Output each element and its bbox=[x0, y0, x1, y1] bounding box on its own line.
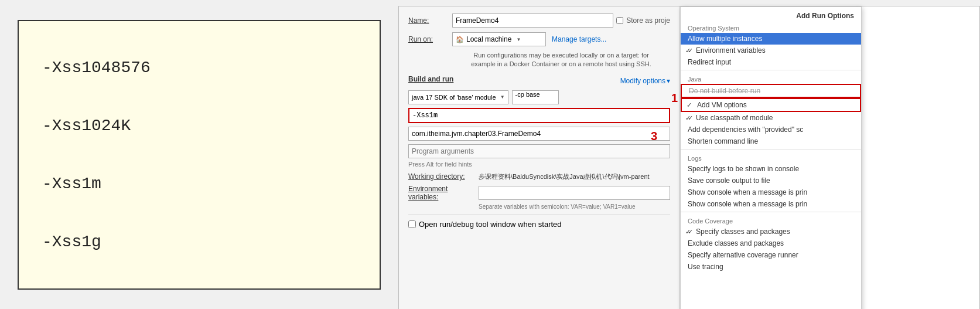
menu-item-use-tracing[interactable]: Use tracing bbox=[681, 261, 861, 273]
env-vars-label: Environment variables: bbox=[408, 185, 479, 201]
vm-options-input[interactable] bbox=[408, 108, 670, 123]
do-not-build-container: Do not build before run 2 bbox=[681, 84, 861, 98]
store-as-row: Store as proje bbox=[616, 16, 670, 25]
menu-item-redirect-input[interactable]: Redirect input bbox=[681, 56, 861, 68]
home-icon: 🏠 bbox=[456, 36, 464, 43]
checkmark-env: ✓ bbox=[685, 47, 691, 55]
sdk-select[interactable]: java 17 SDK of 'base' module ▼ bbox=[408, 90, 508, 104]
menu-item-shorten-cmd[interactable]: Shorten command line bbox=[681, 135, 861, 147]
specify-classes-label: Specify classes and packages bbox=[696, 227, 790, 236]
chevron-modify-icon: ▾ bbox=[667, 77, 670, 85]
main-class-input[interactable] bbox=[408, 127, 670, 141]
show-console-1-label: Show console when a message is prin bbox=[688, 188, 807, 196]
store-as-label: Store as proje bbox=[626, 16, 670, 25]
add-vm-label: Add VM options bbox=[697, 101, 747, 109]
shorten-cmd-label: Shorten command line bbox=[688, 137, 758, 145]
working-dir-label: Working directory: bbox=[408, 172, 479, 181]
open-run-label: Open run/debug tool window when started bbox=[419, 220, 562, 229]
code-line-3: -Xss1m bbox=[42, 175, 356, 193]
env-vars-input[interactable] bbox=[479, 186, 670, 200]
name-label: Name: bbox=[408, 16, 452, 25]
menu-item-specify-logs[interactable]: Specify logs to be shown in console bbox=[681, 163, 861, 175]
menu-item-show-console-1[interactable]: Show console when a message is prin bbox=[681, 186, 861, 198]
sdk-row: java 17 SDK of 'base' module ▼ -cp base bbox=[408, 90, 670, 104]
divider-1 bbox=[681, 70, 861, 70]
sdk-label: java 17 SDK of 'base' module bbox=[412, 94, 496, 101]
dropdown-menu: Add Run Options Operating System Allow m… bbox=[680, 6, 862, 309]
run-config-panel: Name: Store as proje Run on: 🏠 Local mac… bbox=[399, 6, 680, 309]
store-as-checkbox[interactable] bbox=[616, 17, 623, 24]
left-panel: -Xss1048576 -Xss1024K -Xss1m -Xss1g bbox=[0, 0, 398, 309]
redirect-input-label: Redirect input bbox=[688, 58, 731, 66]
menu-item-allow-multiple[interactable]: Allow multiple instances bbox=[681, 33, 861, 45]
checkmark-classpath: ✓ bbox=[685, 114, 691, 122]
section-header-logs: Logs bbox=[681, 151, 861, 163]
build-run-header: Build and run Modify options ▾ bbox=[408, 75, 670, 87]
exclude-classes-label: Exclude classes and packages bbox=[688, 239, 784, 247]
menu-item-exclude-classes[interactable]: Exclude classes and packages bbox=[681, 237, 861, 249]
allow-multiple-label: Allow multiple instances bbox=[688, 35, 762, 43]
code-line-4: -Xss1g bbox=[42, 233, 356, 251]
press-alt-hint: Press Alt for field hints bbox=[408, 161, 670, 168]
program-args-input[interactable] bbox=[408, 144, 670, 158]
build-run-label: Build and run bbox=[408, 75, 453, 83]
divider-2 bbox=[681, 149, 861, 150]
use-tracing-label: Use tracing bbox=[688, 263, 723, 271]
menu-item-add-vm[interactable]: ✓ Add VM options bbox=[681, 98, 861, 112]
section-header-java: Java bbox=[681, 72, 861, 84]
menu-item-do-not-build[interactable]: Do not build before run 2 bbox=[681, 84, 861, 98]
right-panel: Name: Store as proje Run on: 🏠 Local mac… bbox=[398, 6, 980, 309]
chevron-down-icon: ▼ bbox=[516, 37, 521, 42]
code-line-1: -Xss1048576 bbox=[42, 59, 356, 77]
working-dir-row: Working directory: 步课程资料\BaiduSyncdisk\实… bbox=[408, 172, 670, 181]
alt-runner-label: Specify alternative coverage runner bbox=[688, 251, 798, 259]
name-row: Name: Store as proje bbox=[408, 13, 670, 28]
checkmark-classes: ✓ bbox=[685, 228, 691, 236]
specify-logs-label: Specify logs to be shown in console bbox=[688, 165, 799, 173]
env-vars-row: Environment variables: bbox=[408, 185, 670, 201]
menu-item-use-classpath[interactable]: ✓ Use classpath of module bbox=[681, 112, 861, 124]
menu-item-add-deps[interactable]: Add dependencies with "provided" sc bbox=[681, 124, 861, 135]
section-header-coverage: Code Coverage bbox=[681, 214, 861, 226]
separate-hint: Separate variables with semicolon: VAR=v… bbox=[479, 203, 670, 210]
menu-item-specify-classes[interactable]: ✓ Specify classes and packages bbox=[681, 226, 861, 237]
section-header-os: Operating System bbox=[681, 21, 861, 33]
show-console-2-label: Show console when a message is prin bbox=[688, 200, 807, 208]
run-hint-text: Run configurations may be executed local… bbox=[452, 51, 670, 69]
cp-input[interactable]: -cp base bbox=[512, 90, 559, 104]
use-classpath-label: Use classpath of module bbox=[696, 114, 773, 122]
working-dir-value: 步课程资料\BaiduSyncdisk\实战Java虚拟机\代码\jvm-par… bbox=[479, 172, 670, 181]
menu-item-alt-runner[interactable]: Specify alternative coverage runner bbox=[681, 249, 861, 261]
code-box: -Xss1048576 -Xss1024K -Xss1m -Xss1g bbox=[18, 20, 381, 290]
env-vars-menu-label: Environment variables bbox=[696, 46, 766, 55]
run-on-row: Run on: 🏠 Local machine ▼ Manage targets… bbox=[408, 32, 670, 46]
checkmark-vm: ✓ bbox=[687, 101, 692, 109]
local-machine-text: Local machine bbox=[466, 35, 511, 43]
open-run-checkbox[interactable] bbox=[408, 220, 416, 228]
do-not-build-label: Do not build before run bbox=[689, 87, 760, 95]
menu-item-save-console[interactable]: Save console output to file bbox=[681, 175, 861, 186]
menu-item-env-vars[interactable]: ✓ Environment variables bbox=[681, 45, 861, 56]
menu-item-show-console-2[interactable]: Show console when a message is prin bbox=[681, 198, 861, 210]
code-line-2: -Xss1024K bbox=[42, 117, 356, 135]
manage-targets-link[interactable]: Manage targets... bbox=[552, 35, 606, 43]
open-run-row: Open run/debug tool window when started bbox=[408, 215, 670, 229]
sdk-dropdown-icon: ▼ bbox=[500, 94, 505, 100]
add-deps-label: Add dependencies with "provided" sc bbox=[688, 125, 803, 134]
save-console-label: Save console output to file bbox=[688, 176, 770, 185]
divider-3 bbox=[681, 212, 861, 212]
dropdown-title: Add Run Options bbox=[681, 9, 861, 21]
run-on-select[interactable]: 🏠 Local machine ▼ bbox=[452, 32, 546, 46]
name-input[interactable] bbox=[452, 13, 613, 28]
modify-options-link[interactable]: Modify options ▾ bbox=[620, 77, 670, 85]
run-on-label: Run on: bbox=[408, 35, 452, 43]
